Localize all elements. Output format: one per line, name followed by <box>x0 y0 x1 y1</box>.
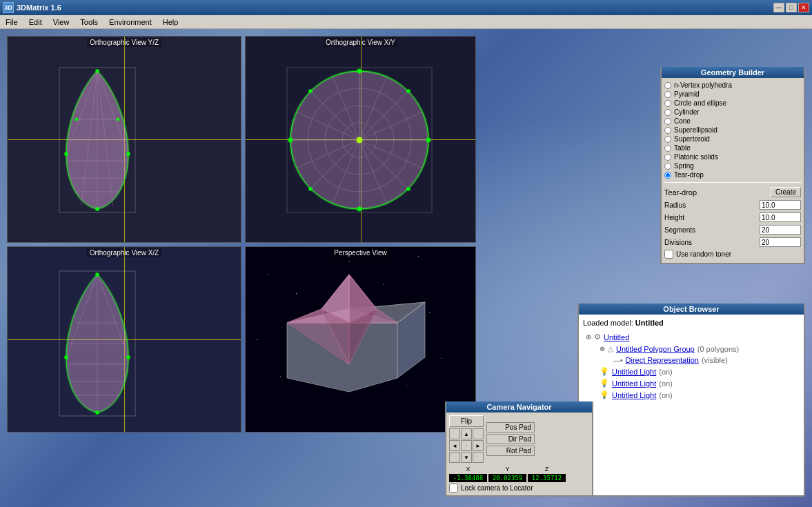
dir-pad-button[interactable]: Dir Pad <box>486 434 535 444</box>
expand-icon[interactable]: ⊕ <box>586 333 591 341</box>
radius-input[interactable] <box>760 200 801 210</box>
x-coord-label: X <box>449 466 487 473</box>
random-toner-checkbox[interactable] <box>664 250 673 259</box>
app-icon: 3D <box>3 2 14 13</box>
segments-input[interactable] <box>760 225 801 235</box>
light-3-link[interactable]: Untitled Light <box>612 391 656 399</box>
arrow-down[interactable]: ▼ <box>461 452 472 463</box>
viewport-perspective-label: Perspective View <box>331 248 390 257</box>
random-toner-label: Use random toner <box>676 250 731 258</box>
svg-point-43 <box>309 90 313 93</box>
root-node-link[interactable]: Untitled <box>604 333 629 341</box>
tree-root-row: ⊕ ⚙ Untitled <box>586 331 800 343</box>
shape-option-circle[interactable]: Circle and ellipse <box>664 99 801 108</box>
shape-label: Supertoroid <box>674 135 710 143</box>
light-1-link[interactable]: Untitled Light <box>612 368 656 376</box>
shape-option-teardrop[interactable]: Tear-drop <box>664 170 801 179</box>
svg-point-41 <box>357 207 362 211</box>
shape-option-table[interactable]: Table <box>664 143 801 152</box>
arrow-up[interactable]: ▲ <box>461 428 472 439</box>
arrow-top-right[interactable] <box>473 428 484 439</box>
3d-perspective-object <box>259 268 466 419</box>
shape-option-cone[interactable]: Cone <box>664 117 801 126</box>
shape-label: Circle and ellipse <box>674 99 726 107</box>
svg-point-40 <box>288 138 293 142</box>
shape-option-pyramid[interactable]: Pyramid <box>664 90 801 99</box>
menu-tools[interactable]: Tools <box>75 15 103 28</box>
pad-buttons: Pos Pad Dir Pad Rot Pad <box>486 422 535 456</box>
maximize-button[interactable]: □ <box>786 3 797 12</box>
shape-label: Superellipsoid <box>674 126 717 134</box>
object-tree: ⊕ ⚙ Untitled ⊕ △ Untitled Polygon Group … <box>586 331 800 401</box>
divisions-label: Divisions <box>664 239 692 246</box>
coord-labels-row: X Y Z <box>449 466 589 473</box>
gear-icon: ⚙ <box>594 332 601 341</box>
expand-icon2[interactable]: ⊕ <box>600 345 605 352</box>
create-button[interactable]: Create <box>771 187 801 197</box>
svg-point-14 <box>96 208 99 211</box>
loaded-model-label: Loaded model: Untitled <box>583 319 800 327</box>
shape-option-cylinder[interactable]: Cylinder <box>664 108 801 117</box>
light-icon-3: 💡 <box>600 390 609 399</box>
height-input[interactable] <box>760 212 801 222</box>
shape-label: Tear-drop <box>674 171 704 179</box>
svg-point-42 <box>407 90 410 93</box>
divisions-input[interactable] <box>760 237 801 247</box>
lock-camera-label: Lock camera to Locator <box>461 484 533 492</box>
close-button[interactable]: ✕ <box>798 3 809 12</box>
viewport-yz[interactable]: Orthographic View Y/Z <box>7 36 241 243</box>
tree-light-2-row: 💡 Untitled Light (on) <box>600 377 800 389</box>
menu-file[interactable]: File <box>0 15 23 28</box>
viewport-xy[interactable]: Orthographic View X/Y <box>245 36 476 243</box>
svg-point-45 <box>309 188 313 191</box>
teardrop-shape-xz <box>49 268 146 419</box>
menu-help[interactable]: Help <box>157 15 184 28</box>
minimize-button[interactable]: — <box>773 3 784 12</box>
shape-option-spring[interactable]: Spring <box>664 161 801 170</box>
geometry-builder-title: Geometry Builder <box>662 67 804 78</box>
tree-direct-rep-row: —• Direct Representation (visible) <box>613 355 800 366</box>
light-1-extra: (on) <box>659 368 673 376</box>
z-coord-value: 12.35712 <box>528 474 566 482</box>
separator <box>664 182 801 183</box>
light-2-link[interactable]: Untitled Light <box>612 379 656 388</box>
random-toner-row: Use random toner <box>664 248 801 260</box>
rep-icon: —• <box>613 357 623 364</box>
shape-option-polyhedra[interactable]: n-Vertex polyhedra <box>664 81 801 90</box>
viewport-xz[interactable]: Orthographic View X/Z <box>7 246 241 433</box>
arrow-center[interactable]: · <box>461 440 472 451</box>
shape-label: Platonic solids <box>674 153 718 161</box>
circle-shape-xy <box>266 57 453 223</box>
arrow-left[interactable]: ◄ <box>449 440 460 451</box>
coord-values-row: -1.38488 20.02359 12.35712 <box>449 474 589 482</box>
star <box>257 339 258 340</box>
main-area: Orthographic View Y/Z <box>0 29 812 507</box>
flip-button[interactable]: Flip <box>449 415 484 427</box>
svg-point-13 <box>127 152 130 156</box>
shape-option-platonic[interactable]: Platonic solids <box>664 152 801 161</box>
light-icon-1: 💡 <box>600 367 609 376</box>
shape-option-superellipsoid[interactable]: Superellipsoid <box>664 126 801 135</box>
menu-view[interactable]: View <box>48 15 75 28</box>
svg-point-16 <box>117 118 119 121</box>
svg-point-39 <box>426 138 430 142</box>
polygon-group-link[interactable]: Untitled Polygon Group <box>616 345 695 353</box>
menu-environment[interactable]: Environment <box>103 15 157 28</box>
arrow-bottom-right[interactable] <box>473 452 484 463</box>
tree-light-3-row: 💡 Untitled Light (on) <box>600 389 800 401</box>
star <box>418 256 419 257</box>
x-coord-value: -1.38488 <box>449 474 487 482</box>
shape-option-supertoroid[interactable]: Supertoroid <box>664 135 801 143</box>
arrow-top-left[interactable] <box>449 428 460 439</box>
svg-point-12 <box>65 152 68 156</box>
menu-edit[interactable]: Edit <box>23 15 48 28</box>
direct-rep-link[interactable]: Direct Representation <box>626 356 699 364</box>
arrow-right[interactable]: ► <box>473 440 484 451</box>
svg-point-58 <box>127 356 130 359</box>
rot-pad-button[interactable]: Rot Pad <box>486 446 535 456</box>
svg-point-11 <box>96 70 99 73</box>
viewport-perspective[interactable]: Perspective View <box>245 246 476 433</box>
arrow-bottom-left[interactable] <box>449 452 460 463</box>
pos-pad-button[interactable]: Pos Pad <box>486 422 535 433</box>
lock-camera-checkbox[interactable] <box>449 484 458 493</box>
